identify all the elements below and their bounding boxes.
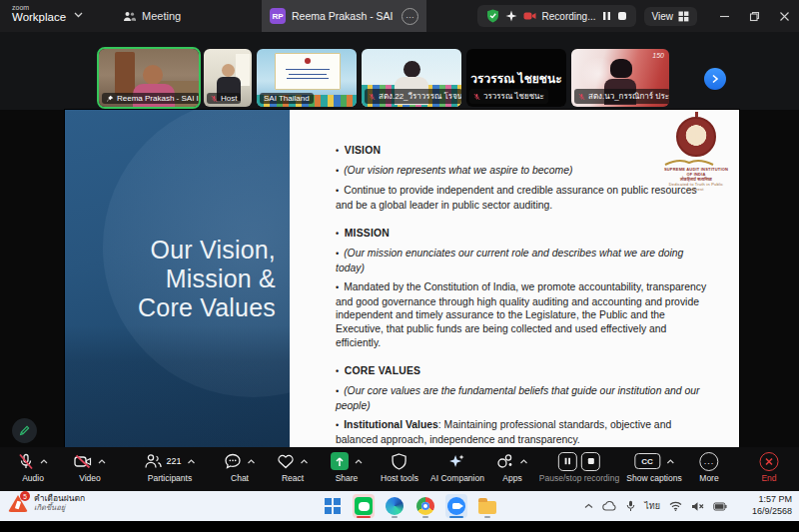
chevron-up-icon[interactable] (355, 459, 363, 464)
tab-meeting[interactable]: Meeting (115, 0, 189, 32)
laurel-icon (661, 157, 717, 167)
participants-label: Participants (148, 473, 192, 483)
video-label: Video (79, 473, 101, 483)
participant-tile-worawan[interactable]: วรวรรณ ไชยชนะ วรวรรณ ไชยชนะ (466, 49, 566, 107)
decor (422, 516, 428, 519)
zoom-meeting-window: zoom Workplace Meeting RP Reema Prakash … (0, 0, 799, 532)
chevron-up-icon[interactable] (188, 459, 196, 464)
more-icon: ... (700, 452, 719, 471)
video-button[interactable]: Video (74, 452, 106, 483)
volume-muted-icon[interactable] (691, 501, 704, 512)
chevron-up-icon[interactable] (98, 459, 106, 464)
windows-taskbar: 5 คำเตือนฝนตก เกิดขึ้นอยู่ (0, 491, 799, 521)
tab-meeting-label: Meeting (142, 10, 181, 22)
participant-tile-host[interactable]: Host (204, 49, 252, 107)
next-participants-button[interactable] (704, 68, 726, 90)
stop-recording-button[interactable] (581, 452, 600, 471)
annotate-button[interactable] (12, 418, 37, 443)
mic-icon (18, 453, 34, 470)
participants-strip: Reema Prakash - SAI I... Host (0, 32, 799, 110)
decor (287, 78, 329, 79)
anniversary-badge: 150 (652, 52, 664, 59)
decor (403, 61, 420, 78)
taskbar-chrome[interactable] (414, 494, 436, 518)
more-button[interactable]: ... More (699, 452, 718, 483)
section-heading: CORE VALUES (336, 364, 713, 379)
name-label: Host (207, 93, 241, 104)
ai-companion-button[interactable]: AI Companion (430, 452, 484, 483)
participant-tile-reema[interactable]: Reema Prakash - SAI I... (99, 49, 199, 107)
pause-icon[interactable] (602, 11, 611, 21)
react-button[interactable]: React (278, 452, 309, 483)
decor (15, 500, 21, 509)
participant-tile-sai-thailand[interactable]: SAI Thailand (257, 49, 357, 107)
maximize-icon[interactable] (739, 0, 769, 32)
explorer-icon (478, 501, 496, 514)
recording-pill: Recording... (477, 5, 636, 27)
chevron-down-icon (74, 12, 83, 18)
chat-button[interactable]: Chat (225, 452, 256, 483)
language-indicator[interactable]: ไทย (644, 499, 660, 513)
chevron-up-icon[interactable] (520, 459, 528, 464)
decor (392, 516, 398, 519)
chevron-up-icon[interactable] (301, 459, 309, 464)
decor (0, 521, 799, 532)
wifi-icon[interactable] (669, 501, 682, 511)
zoom-logo: zoom (12, 4, 66, 11)
shield-check-icon (486, 9, 499, 23)
section-paragraph: Mandated by the Constitution of India, w… (336, 280, 713, 349)
share-label: Share (336, 473, 359, 483)
section-subtitle: (Our mission enunciates our current role… (336, 247, 713, 274)
workplace-menu[interactable]: zoom Workplace (12, 4, 83, 24)
section-vision: VISION (Our vision represents what we as… (336, 144, 713, 212)
pause-recording-button[interactable] (558, 452, 577, 471)
weather-alert[interactable]: 5 คำเตือนฝนตก เกิดขึ้นอยู่ (8, 494, 85, 512)
titlebar-right: Recording... View (477, 0, 799, 32)
audio-label: Audio (22, 473, 44, 483)
stop-icon[interactable] (617, 11, 627, 21)
participants-button[interactable]: 221 Participants (144, 452, 195, 483)
taskbar-apps (322, 494, 498, 518)
clock-date: 16/9/2568 (752, 506, 792, 518)
recording-label: Recording... (542, 11, 596, 22)
decor (275, 53, 341, 90)
chevron-up-icon[interactable] (248, 459, 256, 464)
apps-button[interactable]: Apps (497, 452, 528, 483)
cloud-icon[interactable] (602, 501, 617, 511)
taskbar-zoom[interactable] (445, 494, 467, 518)
taskbar-line-app[interactable] (353, 494, 375, 518)
taskbar-clock[interactable]: 1:57 PM 16/9/2568 (752, 494, 792, 517)
view-button[interactable]: View (644, 7, 698, 26)
close-icon[interactable] (769, 0, 799, 32)
participant-tile-stg22[interactable]: สตง.22_วีราวรรณ โรจนา... (362, 49, 461, 107)
tray-mic-icon[interactable] (626, 500, 635, 512)
chevron-up-icon[interactable] (40, 459, 48, 464)
name-label: วรวรรณ ไชยชนะ (469, 89, 548, 104)
section-subtitle: (Our core values are the fundamental bel… (336, 384, 713, 412)
ellipsis-icon[interactable]: … (401, 8, 418, 25)
participants-icon (144, 453, 162, 469)
audio-button[interactable]: Audio (18, 452, 48, 483)
share-button[interactable]: Share (331, 452, 363, 483)
sai-india-logo: SUPREME AUDIT INSTITUTION OF INDIA लोकहि… (661, 112, 731, 192)
tab-screen-share[interactable]: RP Reema Prakash - SAI India's scree … (262, 0, 426, 32)
taskbar-explorer[interactable] (476, 494, 498, 518)
participant-tile-stgnw[interactable]: 150 สตง.นว_กรรณิการ์ ประสา... (571, 49, 669, 107)
taskbar-edge[interactable] (384, 494, 405, 518)
captions-button[interactable]: CC Show captions (626, 452, 681, 483)
window-controls (709, 0, 799, 32)
line-app-icon (355, 497, 373, 515)
start-button[interactable] (322, 494, 344, 518)
pencil-icon (18, 424, 31, 437)
decor (449, 516, 463, 519)
brand-label: Workplace (12, 12, 66, 24)
end-button[interactable]: End (760, 452, 779, 483)
host-tools-button[interactable]: Host tools (381, 452, 418, 483)
battery-icon[interactable] (713, 502, 727, 511)
more-label: More (699, 473, 718, 483)
minimize-icon[interactable] (709, 0, 739, 32)
tray-chevron-up-icon[interactable] (584, 503, 593, 509)
decor (357, 516, 371, 519)
end-label: End (761, 473, 776, 483)
chevron-up-icon[interactable] (666, 459, 674, 464)
